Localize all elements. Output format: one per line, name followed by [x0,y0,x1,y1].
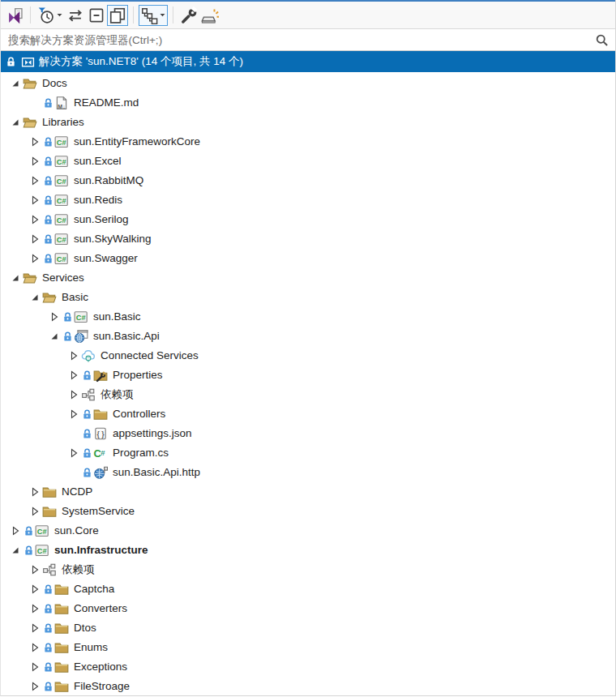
solution-node[interactable]: 解决方案 'sun.NET8' (14 个项目, 共 14 个) [1,51,615,72]
tree-item-label: README.md [74,93,139,113]
folder-icon [54,660,71,674]
tree-item[interactable]: NCDP [1,482,615,502]
expander-closed-icon[interactable] [28,505,42,518]
search-input[interactable] [6,33,590,47]
expander-closed-icon[interactable] [28,233,42,246]
show-all-files-button[interactable] [107,5,128,26]
csproj-icon: C# [54,251,71,266]
solution-icon [21,55,35,69]
tree-item[interactable]: Properties [1,366,615,385]
expander-closed-icon[interactable] [28,252,42,265]
tree-item[interactable]: C#sun.Excel [1,152,615,171]
expander-closed-icon[interactable] [28,485,42,498]
solution-hierarchy-view-button[interactable] [139,5,168,26]
lock-icon [42,603,54,615]
expander-closed-icon[interactable] [28,174,42,187]
svg-text:C#: C# [57,216,66,224]
toolbar-separator [133,6,134,24]
expander-open-icon[interactable] [9,272,23,284]
chevron-down-icon[interactable] [56,11,63,19]
expander-open-icon[interactable] [9,77,23,90]
tree-item[interactable]: C#Program.cs [1,443,615,463]
expander-open-icon[interactable] [9,544,23,557]
tree-item[interactable]: Services [1,268,615,288]
tree-item[interactable]: C#sun.RabbitMQ [1,171,615,190]
tree-item[interactable]: Enums [1,638,615,657]
tree-item[interactable]: 依赖项 [1,560,615,579]
search-bar [1,28,615,51]
expander-closed-icon[interactable] [28,213,42,226]
csproj-icon: C# [74,310,90,324]
tree-item[interactable]: { }appsettings.json [1,424,615,443]
expander-closed-icon[interactable] [67,388,81,401]
wrench-icon [180,6,198,24]
preview-selected-items-button[interactable] [199,5,220,26]
sync-selection-button[interactable] [65,5,86,26]
tree-item[interactable]: Controllers [1,404,615,424]
expander-closed-icon[interactable] [28,155,42,168]
tree-item[interactable]: C#sun.Redis [1,190,615,210]
tree-item[interactable]: C#sun.Infrastructure [1,541,615,560]
tree-item-label: NCDP [62,482,92,502]
vs-sync-icon [6,6,24,24]
pending-changes-filter-button[interactable] [36,5,65,26]
dependencies-icon [42,562,58,577]
expander-closed-icon[interactable] [67,369,81,382]
expander-open-icon[interactable] [9,116,23,129]
tree-item[interactable]: C#sun.Serilog [1,210,615,229]
expander-closed-icon[interactable] [67,408,81,421]
tree-item[interactable]: Docs [1,74,615,93]
csproj-icon: C# [54,154,71,169]
tree-item[interactable]: C#sun.Core [1,521,615,541]
tree-item[interactable]: Basic [1,288,615,307]
tree-item[interactable]: Captcha [1,579,615,599]
tree-item[interactable]: sun.Basic.Api.http [1,463,615,482]
tree-item[interactable]: FileStroage [1,677,615,695]
lock-icon [42,156,54,168]
folder-icon [93,407,109,421]
sync-with-active-document-button[interactable] [4,5,25,26]
expander-closed-icon[interactable] [48,310,62,323]
expander-closed-icon[interactable] [28,563,42,576]
tree-item[interactable]: Connected Services [1,346,615,366]
tree-item[interactable]: SystemService [1,502,615,521]
tree-item[interactable]: C#sun.Basic [1,307,615,327]
tree-item[interactable]: Exceptions [1,657,615,677]
expander-closed-icon[interactable] [28,661,42,673]
properties-button[interactable] [178,5,199,26]
expander-closed-icon[interactable] [28,680,42,693]
tree-item[interactable]: Dtos [1,618,615,638]
folder-icon [54,621,71,635]
tree-item[interactable]: Libraries [1,113,615,132]
tree-item[interactable]: 依赖项 [1,385,615,404]
expander-closed-icon[interactable] [67,447,81,460]
collapse-all-button[interactable] [86,5,107,26]
expander-closed-icon[interactable] [28,194,42,207]
expander-closed-icon[interactable] [28,583,42,596]
tree-item-label: Converters [74,599,127,618]
tree-item-label: 依赖项 [101,385,134,404]
lock-icon [5,56,17,68]
tree-item[interactable]: C#sun.EntityFrameworkCore [1,132,615,152]
tree-item[interactable]: M↓README.md [1,93,615,113]
tree-item[interactable]: C#sun.Swagger [1,249,615,268]
expander-closed-icon[interactable] [28,622,42,635]
expander-open-icon[interactable] [28,291,42,304]
tree-item-label: appsettings.json [113,424,192,443]
expander-closed-icon[interactable] [28,641,42,654]
expander-closed-icon[interactable] [28,135,42,148]
tree-item[interactable]: C#sun.SkyWalking [1,229,615,249]
lock-icon [42,681,54,693]
tree-item[interactable]: Converters [1,599,615,618]
expander-closed-icon[interactable] [67,349,81,362]
clock-filter-icon [37,6,55,24]
tree-item-label: SystemService [62,502,135,521]
search-icon[interactable] [595,33,609,47]
expander-closed-icon[interactable] [9,524,23,537]
expander-closed-icon[interactable] [28,602,42,615]
tree-item[interactable]: sun.Basic.Api [1,327,615,346]
chevron-down-icon[interactable] [159,11,166,19]
expander-open-icon[interactable] [48,330,62,343]
show-all-files-icon [109,6,126,24]
folder-icon [42,485,58,499]
